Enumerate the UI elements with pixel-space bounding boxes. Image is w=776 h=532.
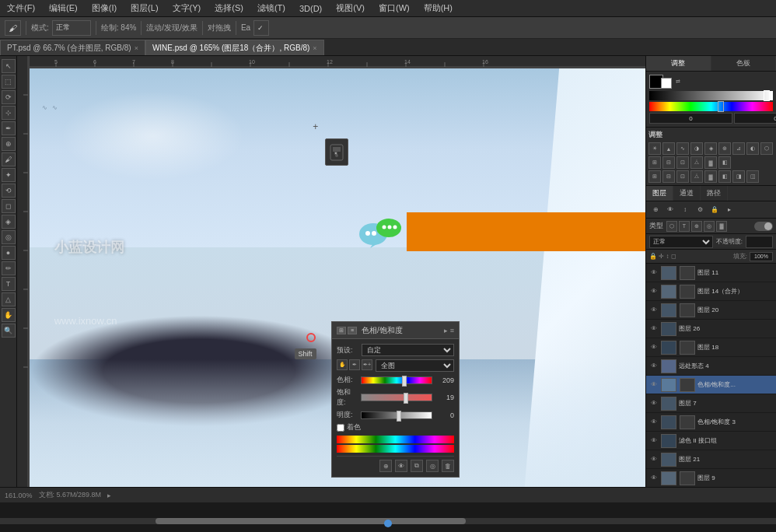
tool-eraser[interactable]: ◻ [2,199,16,213]
tool-brush2[interactable]: 🖌 [2,152,16,166]
adj-photofilter[interactable]: ⬡ [760,142,773,155]
layer-eye-7[interactable]: 👁 [649,399,659,408]
layer-item-3[interactable]: 👁 图层 26 [646,320,776,338]
tool-shape[interactable]: △ [2,292,16,306]
adj-brightness[interactable]: ☀ [648,142,661,155]
mode-dropdown[interactable]: 正常 [52,20,91,36]
tool-brush[interactable]: 🖌 [5,20,21,36]
layers-toolbar-eye[interactable]: 👁 [664,204,676,216]
layer-eye-3[interactable]: 👁 [649,324,659,334]
menu-item-edit[interactable]: 编辑(E) [45,1,82,16]
layer-eye-4[interactable]: 👁 [649,343,659,352]
background-color[interactable] [661,78,672,89]
menu-item-text[interactable]: 文字(Y) [169,1,205,16]
tab-1[interactable]: WINE.psd @ 165% (图层18（合并）, RGB/8) × [145,40,324,55]
menu-item-layer[interactable]: 图层(L) [127,1,162,16]
panel-icon-eye[interactable]: 👁 [395,460,407,472]
layer-item-11[interactable]: 👁 图层 9 [646,469,776,488]
swap-icon[interactable]: ⇄ [676,79,680,85]
gradient-bar-bw[interactable] [649,91,773,100]
filter-icon-4[interactable]: ◎ [704,221,715,232]
menu-item-help[interactable]: 帮助(H) [420,1,456,16]
tab-1-close[interactable]: × [313,44,316,52]
filter-icon-3[interactable]: ⊕ [691,221,702,232]
adj-icon-r3[interactable]: ⊡ [676,170,689,183]
tab-color[interactable]: 色板 [711,56,777,71]
tool-zoom[interactable]: 🔍 [2,324,16,338]
gradient-thumb-hue[interactable] [718,101,724,112]
scrollbar-thumb[interactable] [156,518,466,524]
tab-0[interactable]: PT.psd @ 66.7% (合并图层, RGB/8) × [0,40,145,55]
tool-gradient[interactable]: ◈ [2,215,16,229]
adj-selective[interactable]: ◧ [718,156,731,169]
filter-icon-5[interactable]: ▓ [716,221,727,232]
adj-icon-r2[interactable]: ⊟ [662,170,675,183]
layer-item-10[interactable]: 👁 图层 21 [646,450,776,469]
layer-item-4[interactable]: 👁 图层 18 [646,338,776,357]
layers-toolbar-more[interactable]: ▸ [723,204,736,216]
adj-icon-r8[interactable]: ◫ [746,170,759,183]
adj-blackwhite[interactable]: ◐ [746,142,759,155]
hue-thumb[interactable] [402,376,407,387]
layers-toolbar-lock[interactable]: 🔒 [708,204,721,216]
tool-heal[interactable]: ⊕ [2,137,16,151]
colorize-checkbox[interactable] [337,424,344,432]
menu-item-select[interactable]: 选择(S) [211,1,247,16]
layer-item-6[interactable]: 👁 色相/饱和度... [646,376,776,394]
layer-item-7[interactable]: 👁 图层 7 [646,394,776,413]
menu-item-window[interactable]: 窗口(W) [375,1,414,16]
gradient-thumb-bw[interactable] [764,90,770,101]
tool-crop[interactable]: ⊹ [2,106,16,120]
layers-tab-paths[interactable]: 路径 [701,186,728,201]
light-slider[interactable] [361,411,432,419]
tool-lasso[interactable]: ⟳ [2,90,16,104]
gradient-bar-hue[interactable] [649,102,773,111]
filter-icon-1[interactable]: ⬡ [666,221,677,232]
panel-icon-add[interactable]: ⊕ [379,460,392,472]
adj-colorbalance[interactable]: ⊿ [732,142,745,155]
hue-slider[interactable] [361,376,432,384]
eyedrop-icon[interactable]: ✒ [349,359,360,370]
tool-hand[interactable]: ✋ [2,308,16,322]
hand-icon[interactable]: ✋ [337,359,348,370]
layer-item-9[interactable]: 👁 滤色 II 接口组 [646,432,776,450]
tool-select[interactable]: ⬚ [2,75,16,89]
layers-toolbar-settings[interactable]: ⚙ [694,204,706,216]
menu-item-view[interactable]: 视图(V) [332,1,369,16]
eyedrop-plus-icon[interactable]: ✒+ [362,359,372,370]
panel-close-icon[interactable]: ≡ [450,327,454,334]
sat-thumb[interactable] [404,393,408,404]
tab-0-close[interactable]: × [135,44,138,52]
panel-icon-1[interactable]: ⊞ [337,327,346,334]
adj-channel[interactable]: ⊞ [648,156,661,169]
layers-toolbar-move[interactable]: ↕ [679,204,691,216]
tool-eyedrop[interactable]: ✒ [2,121,16,135]
layer-eye-8[interactable]: 👁 [649,418,659,427]
mode-dropdown[interactable]: 正常 溶解 变暗 [649,236,713,248]
menu-item-file[interactable]: 文件(F) [3,1,39,16]
fill-input[interactable] [750,252,773,261]
preset-dropdown[interactable]: 自定 [362,344,454,356]
menu-item-3d[interactable]: 3D(D) [295,2,326,15]
layer-eye-5[interactable]: 👁 [649,362,659,371]
adj-threshold[interactable]: ⧊ [690,156,703,169]
layer-eye-2[interactable]: 👁 [649,306,659,315]
adj-exposure[interactable]: ◑ [690,142,703,155]
adj-curves[interactable]: ∿ [676,142,689,155]
adj-icon-r5[interactable]: ▓ [704,170,717,183]
adj-posterize[interactable]: ⊡ [676,156,689,169]
tool-history[interactable]: ⟲ [2,184,16,198]
opacity-input[interactable]: 100% [746,236,773,248]
adj-icon-r6[interactable]: ◧ [718,170,731,183]
layers-tab-channels[interactable]: 通道 [673,186,701,201]
tool-move[interactable]: ↖ [2,59,16,73]
canvas-area[interactable]: 5 6 7 8 10 12 14 16 [17,56,645,516]
adj-vibrance[interactable]: ◈ [704,142,717,155]
adj-gradient-map[interactable]: ▓ [704,156,717,169]
layer-eye-10[interactable]: 👁 [649,455,659,464]
adj-icon-r7[interactable]: ◨ [732,170,745,183]
panel-icon-clip[interactable]: ⧉ [411,460,423,472]
layer-item-0[interactable]: 👁 图层 11 [646,264,776,282]
panel-icon-2[interactable]: ≡ [348,327,357,334]
adj-levels[interactable]: ▲ [662,142,675,155]
